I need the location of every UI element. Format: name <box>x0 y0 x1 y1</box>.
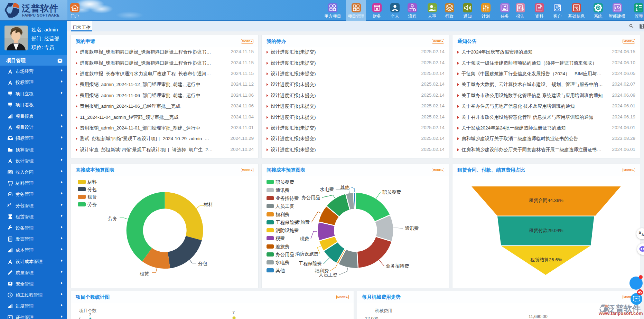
svg-text:租赁合同44.36%: 租赁合同44.36% <box>529 198 563 203</box>
svg-text:职员餐费: 职员餐费 <box>382 190 401 195</box>
svg-text:租赁结算26.6%: 租赁结算26.6% <box>530 257 562 262</box>
svg-text:税费: 税费 <box>300 236 309 241</box>
svg-text:通讯费: 通讯费 <box>405 226 419 231</box>
svg-text:办公用品: 办公用品 <box>301 195 320 200</box>
svg-text:业务招待费: 业务招待费 <box>386 263 409 269</box>
svg-text:租赁: 租赁 <box>140 271 149 276</box>
svg-text:工程保险费: 工程保险费 <box>299 261 322 266</box>
svg-text:消防设施费: 消防设施费 <box>295 251 319 257</box>
svg-text:分包: 分包 <box>198 261 207 266</box>
svg-text:材料: 材料 <box>203 202 213 207</box>
svg-text:水电费: 水电费 <box>320 187 334 192</box>
svg-text:租赁付款29.04%: 租赁付款29.04% <box>529 228 563 233</box>
svg-text:人员工资: 人员工资 <box>319 272 337 278</box>
svg-text:劳务: 劳务 <box>108 216 118 221</box>
